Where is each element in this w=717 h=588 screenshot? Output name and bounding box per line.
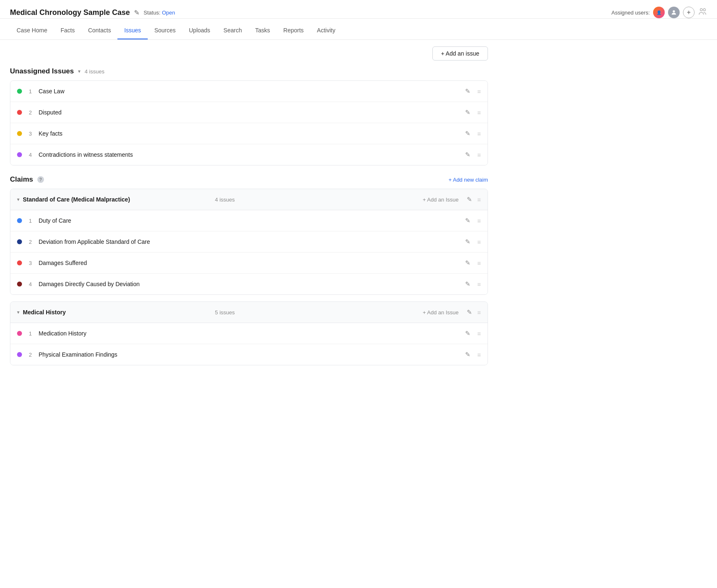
claim-group-count-medical: 5 issues [215, 309, 235, 316]
list-item: 4 Contradictions in witness statements ✎… [10, 144, 488, 165]
tab-tasks[interactable]: Tasks [249, 22, 277, 39]
edit-duty-button[interactable]: ✎ [463, 216, 472, 225]
edit-disputed-button[interactable]: ✎ [463, 108, 472, 117]
issue-num-s1: 1 [25, 218, 35, 224]
drag-physical-icon[interactable]: ≡ [477, 351, 481, 358]
edit-deviation-button[interactable]: ✎ [463, 237, 472, 246]
claims-title: Claims [10, 175, 33, 184]
drag-medication-icon[interactable]: ≡ [477, 330, 481, 337]
issue-name-case-law: Case Law [39, 88, 463, 95]
edit-standard-button[interactable]: ✎ [465, 195, 474, 204]
claim-group-title-standard: Standard of Care (Medical Malpractice) [23, 196, 211, 203]
issue-num-3: 3 [25, 131, 35, 137]
status-label: Status: Open [144, 10, 175, 16]
edit-damages-button[interactable]: ✎ [463, 258, 472, 267]
claim-group-count-standard: 4 issues [215, 197, 235, 203]
tab-search[interactable]: Search [217, 22, 249, 39]
list-item: 2 Disputed ✎ ≡ [10, 102, 488, 123]
claim-group-standard-of-care: ▾ Standard of Care (Medical Malpractice)… [10, 189, 488, 295]
drag-standard-icon[interactable]: ≡ [477, 196, 481, 203]
add-user-button[interactable]: + [683, 7, 695, 18]
drag-contradictions-icon[interactable]: ≡ [477, 151, 481, 158]
claim-group-title-medical: Medical History [23, 309, 211, 316]
issue-num-m2: 2 [25, 352, 35, 358]
claim-group-chevron-medical[interactable]: ▾ [17, 309, 20, 315]
list-item: 1 Duty of Care ✎ ≡ [10, 210, 488, 231]
tab-sources[interactable]: Sources [148, 22, 182, 39]
issue-num-s2: 2 [25, 239, 35, 245]
drag-case-law-icon[interactable]: ≡ [477, 88, 481, 95]
drag-damages-caused-icon[interactable]: ≡ [477, 281, 481, 288]
add-new-claim-link[interactable]: + Add new claim [449, 177, 488, 183]
add-issue-medical-link[interactable]: + Add an Issue [423, 309, 458, 316]
list-item: 3 Damages Suffered ✎ ≡ [10, 253, 488, 274]
issue-name-key-facts: Key facts [39, 130, 463, 137]
issue-num-4: 4 [25, 152, 35, 158]
drag-medical-icon[interactable]: ≡ [477, 309, 481, 316]
dot-contradictions [17, 152, 22, 157]
issue-num-1: 1 [25, 88, 35, 95]
tab-reports[interactable]: Reports [277, 22, 310, 39]
dot-physical-exam [17, 352, 22, 357]
assigned-users-label: Assigned users: [612, 10, 650, 16]
issue-name-deviation: Deviation from Applicable Standard of Ca… [39, 238, 463, 245]
drag-deviation-icon[interactable]: ≡ [477, 238, 481, 245]
tab-case-home[interactable]: Case Home [10, 22, 54, 39]
tab-uploads[interactable]: Uploads [182, 22, 217, 39]
issue-name-damages-suffered: Damages Suffered [39, 260, 463, 266]
unassigned-title: Unassigned Issues [10, 67, 74, 75]
dot-damages-suffered [17, 260, 22, 265]
edit-title-icon[interactable]: ✎ [134, 9, 139, 17]
edit-physical-button[interactable]: ✎ [463, 350, 472, 359]
svg-point-1 [700, 8, 703, 11]
list-item: 1 Case Law ✎ ≡ [10, 81, 488, 102]
dot-duty-of-care [17, 218, 22, 223]
issue-name-duty-of-care: Duty of Care [39, 217, 463, 224]
edit-case-law-button[interactable]: ✎ [463, 87, 472, 96]
list-item: 2 Deviation from Applicable Standard of … [10, 231, 488, 253]
users-group-icon [698, 7, 707, 18]
edit-medical-button[interactable]: ✎ [465, 308, 474, 317]
drag-disputed-icon[interactable]: ≡ [477, 109, 481, 116]
unassigned-count: 4 issues [85, 68, 105, 75]
dot-medication-history [17, 331, 22, 336]
issue-num-m1: 1 [25, 330, 35, 337]
dot-deviation [17, 239, 22, 244]
edit-medication-button[interactable]: ✎ [463, 329, 472, 338]
issue-name-physical-exam: Physical Examination Findings [39, 351, 463, 358]
issue-name-contradictions: Contradictions in witness statements [39, 151, 463, 158]
edit-contradictions-button[interactable]: ✎ [463, 150, 472, 159]
claim-group-medical-history: ▾ Medical History 5 issues + Add an Issu… [10, 301, 488, 365]
list-item: 1 Medication History ✎ ≡ [10, 323, 488, 344]
claim-group-header-medical: ▾ Medical History 5 issues + Add an Issu… [10, 302, 488, 323]
drag-duty-icon[interactable]: ≡ [477, 217, 481, 224]
app-header: Medical Chronology Sample Case ✎ Status:… [0, 0, 717, 19]
claim-group-header-standard: ▾ Standard of Care (Medical Malpractice)… [10, 189, 488, 210]
issue-num-2: 2 [25, 109, 35, 116]
tab-activity[interactable]: Activity [310, 22, 342, 39]
issue-name-damages-caused: Damages Directly Caused by Deviation [39, 281, 463, 287]
svg-point-0 [673, 10, 675, 12]
avatar-user2 [668, 7, 680, 18]
issue-num-s4: 4 [25, 281, 35, 287]
nav-tabs: Case Home Facts Contacts Issues Sources … [0, 22, 717, 40]
drag-key-facts-icon[interactable]: ≡ [477, 130, 481, 137]
avatar-user1: 👤 [653, 7, 665, 18]
case-title: Medical Chronology Sample Case [10, 8, 130, 17]
edit-key-facts-button[interactable]: ✎ [463, 129, 472, 138]
drag-damages-icon[interactable]: ≡ [477, 260, 481, 267]
add-issue-button[interactable]: + Add an issue [432, 46, 488, 61]
claim-group-chevron-standard[interactable]: ▾ [17, 197, 20, 202]
unassigned-issues-card: 1 Case Law ✎ ≡ 2 Disputed ✎ ≡ 3 Key fact… [10, 80, 488, 165]
issue-name-medication-history: Medication History [39, 330, 463, 337]
unassigned-chevron-icon[interactable]: ▾ [78, 68, 80, 74]
dot-damages-caused [17, 282, 22, 287]
dot-disputed [17, 110, 22, 115]
edit-damages-caused-button[interactable]: ✎ [463, 279, 472, 289]
tab-facts[interactable]: Facts [54, 22, 81, 39]
list-item: 4 Damages Directly Caused by Deviation ✎… [10, 274, 488, 294]
tab-contacts[interactable]: Contacts [81, 22, 117, 39]
tab-issues[interactable]: Issues [117, 22, 147, 39]
add-issue-standard-link[interactable]: + Add an Issue [423, 197, 458, 203]
claims-help-icon[interactable]: ? [37, 176, 44, 183]
